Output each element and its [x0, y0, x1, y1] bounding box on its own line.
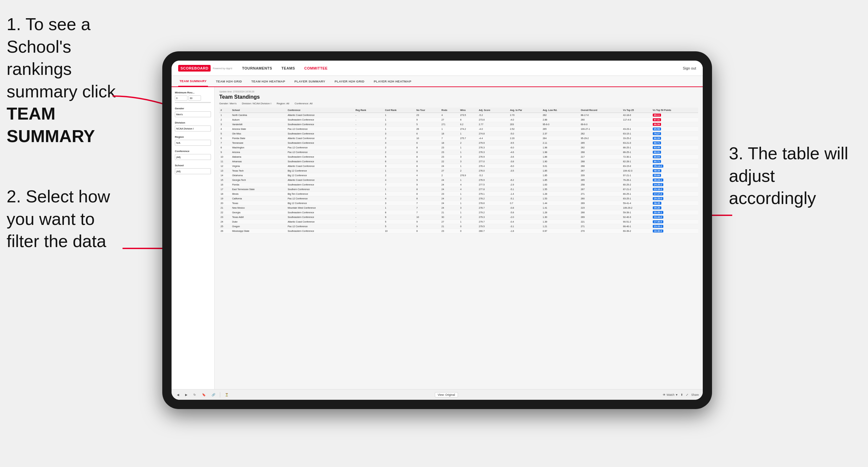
cell-vt50: 80.71 — [651, 159, 698, 164]
cell-crank: 1 — [383, 187, 415, 192]
toolbar-share-icon[interactable]: ⬆ — [681, 393, 683, 397]
filter-max-input[interactable] — [188, 95, 201, 101]
toolbar-watch[interactable]: 👁 Watch ▼ — [663, 393, 678, 397]
filter-min-input[interactable] — [175, 95, 187, 101]
cell-overall: 271 — [580, 192, 622, 196]
toolbar-forward[interactable]: ▶ — [184, 393, 189, 397]
sub-nav-team-h2h-grid[interactable]: TEAM H2H GRID — [215, 76, 243, 87]
cell-conf: Pac-12 Conference — [286, 150, 354, 155]
sub-nav-player-h2h-grid[interactable]: PLAYER H2H GRID — [333, 76, 366, 87]
cell-wins: 4 — [459, 183, 477, 187]
cell-conf: Pac-12 Conference — [286, 224, 354, 229]
cell-vstop25: 66-40-1 — [622, 224, 651, 229]
bottom-toolbar: ◀ ▶ ↻ 🔖 🔗 ⏳ View: Original 👁 Watch ▼ ⬆ ⤢… — [172, 389, 703, 400]
cell-rank: 10 — [219, 155, 231, 159]
cell-wins: 1 — [459, 210, 477, 215]
cell-vt50: 20-39-1 — [651, 210, 698, 215]
cell-conf: Atlantic Coast Conference — [286, 136, 354, 141]
filter-gender-select[interactable]: Men's — [175, 111, 211, 117]
cell-vstop25: 86-25-1 — [622, 146, 651, 150]
sub-nav-player-summary[interactable]: PLAYER SUMMARY — [293, 76, 327, 87]
cell-adj: 277.0 — [477, 159, 509, 164]
nav-committee[interactable]: COMMITTEE — [304, 66, 328, 70]
nav-tournaments[interactable]: TOURNAMENTS — [242, 66, 272, 70]
sign-out-link[interactable]: Sign out — [683, 66, 696, 70]
cell-rnds: 24 — [440, 178, 459, 183]
table-row: 1 North Carolina Atlantic Coast Conferen… — [219, 113, 698, 118]
cell-avglow: 1.85 — [541, 173, 580, 178]
filter-conference-select[interactable]: (All) — [175, 154, 211, 160]
cell-overall: 217 — [580, 155, 622, 159]
col-vs-top50: Vs Top 50 Points — [651, 107, 698, 113]
toolbar-back[interactable]: ◀ — [176, 393, 181, 397]
cell-adj: 277.8 — [477, 187, 509, 192]
view-original-button[interactable]: View: Original — [435, 392, 458, 398]
cell-school: Auburn — [231, 118, 286, 122]
cell-overall: 268 — [580, 164, 622, 168]
cell-avgpar: -4.0 — [509, 118, 541, 122]
nav-teams[interactable]: TEAMS — [281, 66, 295, 70]
cell-tour: 8 — [415, 146, 440, 150]
toolbar-clock[interactable]: ⏳ — [223, 393, 230, 397]
cell-overall: 268 — [580, 150, 622, 155]
cell-crank: 1 — [383, 168, 415, 173]
toolbar-bookmark[interactable]: 🔖 — [201, 393, 207, 397]
cell-crank: 1 — [383, 127, 415, 131]
cell-wins: 3 — [459, 206, 477, 210]
cell-vt50: 83.49 — [651, 146, 698, 150]
cell-adj: 276.4 — [477, 164, 509, 168]
cell-avgpar: -2.0 — [509, 215, 541, 220]
filter-school-select[interactable]: (All) — [175, 168, 211, 174]
cell-adj: 279.5 — [477, 224, 509, 229]
sub-nav-team-h2h-heatmap[interactable]: TEAM H2H HEATMAP — [250, 76, 286, 87]
cell-tour: 9 — [415, 178, 440, 183]
cell-rank: 12 — [219, 164, 231, 168]
toolbar-reload[interactable]: ↻ — [192, 393, 197, 397]
cell-crank: 3 — [383, 164, 415, 168]
cell-avgpar: -1.4 — [509, 192, 541, 196]
filter-region-select[interactable]: N/A — [175, 140, 211, 146]
cell-conf: Southern Conference — [286, 187, 354, 192]
cell-wins: 1 — [459, 146, 477, 150]
toolbar-separator — [220, 392, 220, 398]
cell-tour: 6 — [415, 131, 440, 136]
cell-adj: -4.4 — [477, 136, 509, 141]
cell-wins: 1 — [459, 201, 477, 206]
cell-wins: 1 — [459, 164, 477, 168]
col-conf-rank: Conf Rank — [383, 107, 415, 113]
sub-nav-team-summary[interactable]: TEAM SUMMARY — [178, 76, 208, 87]
filter-minimum-round: Minimum Rou... — [175, 91, 211, 103]
cell-avglow: 1.85 — [541, 178, 580, 183]
filter-division-select[interactable]: NCAA Division I — [175, 126, 211, 131]
cell-rnds: 24 — [440, 183, 459, 187]
cell-rnds: 23 — [440, 155, 459, 159]
cell-avgpar: -1.8 — [509, 229, 541, 234]
table-row: 2 Auburn Southeastern Conference - 1 9 2… — [219, 118, 698, 122]
instruction-2-line3: filter the data — [7, 230, 110, 253]
sidebar: Minimum Rou... Gender Men's — [172, 87, 215, 389]
toolbar-right: 👁 Watch ▼ ⬆ ⤢ Share — [663, 393, 699, 397]
cell-conf: Mountain West Conference — [286, 206, 354, 210]
toolbar-share-small[interactable]: 🔗 — [210, 393, 217, 397]
cell-overall: 271 — [580, 224, 622, 229]
table-body: 1 North Carolina Atlantic Coast Conferen… — [219, 113, 698, 234]
filter-conference-label: Conference — [175, 150, 211, 153]
cell-overall: 266 — [580, 210, 622, 215]
cell-crank: 7 — [383, 183, 415, 187]
sub-nav-player-h2h-heatmap[interactable]: PLAYER H2H HEATMAP — [372, 76, 413, 87]
col-school: School — [231, 107, 286, 113]
toolbar-expand[interactable]: ⤢ — [686, 393, 688, 397]
cell-rnds: 21 — [440, 224, 459, 229]
nav-links: TOURNAMENTS TEAMS COMMITTEE — [242, 66, 683, 70]
cell-school: Texas A&M — [231, 215, 286, 220]
cell-reg: - — [354, 113, 383, 118]
cell-school: Georgia Tech — [231, 178, 286, 183]
cell-overall: 269 — [580, 201, 622, 206]
cell-avglow: 264 — [541, 136, 580, 141]
cell-overall: 69-6-0 — [580, 122, 622, 127]
cell-overall: 269 — [580, 215, 622, 220]
cell-tour: 9 — [415, 224, 440, 229]
cell-school: Oklahoma — [231, 173, 286, 178]
toolbar-share-btn[interactable]: Share — [691, 393, 699, 397]
cell-conf: Big 12 Conference — [286, 201, 354, 206]
